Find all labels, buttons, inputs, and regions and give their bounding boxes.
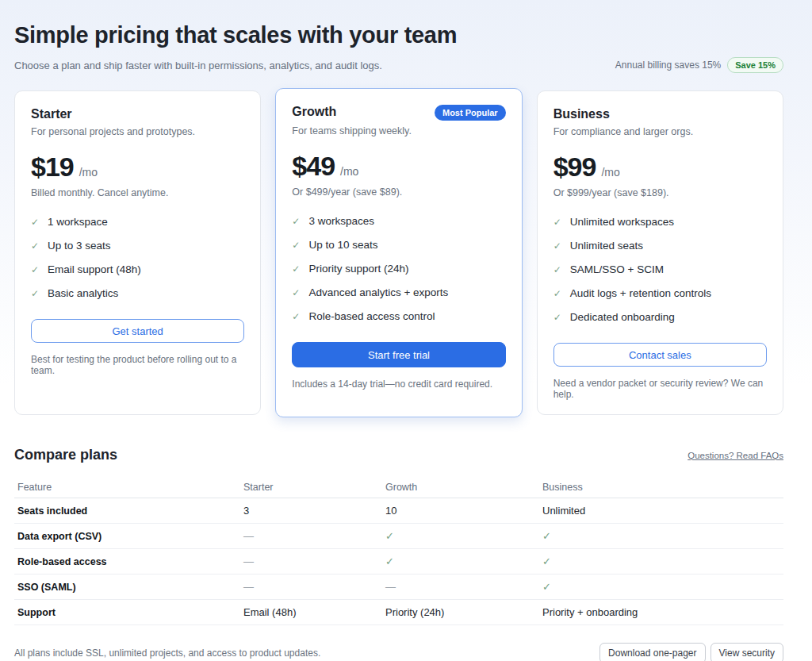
feature-label: 3 workspaces	[308, 215, 374, 227]
plan-cta-button[interactable]: Start free trial	[292, 342, 505, 367]
plan-name: Starter	[31, 107, 72, 121]
plan-feature-list: ✓ Unlimited workspaces ✓ Unlimited seats…	[553, 216, 767, 335]
plan-footnote: Includes a 14-day trial—no credit card r…	[292, 379, 505, 390]
feature-name: Data export (CSV)	[17, 531, 243, 542]
feature-label: SAML/SSO + SCIM	[570, 263, 664, 275]
feature-label: Basic analytics	[48, 287, 118, 299]
plan-billing-note: Billed monthly. Cancel anytime.	[31, 187, 244, 198]
faq-link[interactable]: Questions? Read FAQs	[688, 451, 783, 460]
plan-name: Business	[553, 107, 610, 121]
feature-name: Role-based access	[17, 556, 243, 567]
plan-footnote: Best for testing the product before roll…	[31, 354, 244, 376]
growth-value: 10	[385, 505, 542, 517]
plan-billing-note: Or $499/year (save $89).	[292, 186, 505, 198]
feature-name: SSO (SAML)	[17, 582, 243, 593]
growth-value: ✓	[385, 530, 542, 542]
feature-label: 1 workspace	[48, 216, 108, 228]
table-row: Role-based access — ✓ ✓	[14, 549, 783, 575]
feature-label: Email support (48h)	[48, 263, 141, 275]
plan-tagline: For teams shipping weekly.	[292, 125, 505, 136]
business-value: Priority + onboarding	[542, 606, 783, 618]
download-one-pager-button[interactable]: Download one-pager	[599, 643, 705, 661]
column-header-starter: Starter	[243, 482, 385, 493]
business-value: Unlimited	[542, 505, 783, 517]
plan-cta-button[interactable]: Get started	[31, 319, 244, 343]
starter-value: —	[243, 530, 385, 542]
hero-header: Simple pricing that scales with your tea…	[14, 0, 783, 73]
check-icon: ✓	[553, 240, 561, 252]
plan-feature-list: ✓ 1 workspace ✓ Up to 3 seats ✓ Email su…	[31, 216, 244, 311]
footer-note: All plans include SSL, unlimited project…	[14, 648, 320, 659]
feature-item: ✓ Advanced analytics + exports	[292, 286, 505, 298]
check-icon: ✓	[292, 287, 300, 298]
check-icon: ✓	[553, 312, 561, 323]
plan-price: $99	[553, 152, 596, 183]
growth-value: ✓	[385, 555, 542, 567]
page-footer: All plans include SSL, unlimited project…	[14, 643, 783, 661]
annual-billing-group: Annual billing saves 15% Save 15%	[615, 57, 783, 73]
plan-period: /mo	[601, 166, 619, 179]
feature-label: Advanced analytics + exports	[308, 286, 448, 298]
check-icon: ✓	[31, 288, 39, 299]
most-popular-badge: Most Popular	[435, 105, 506, 121]
feature-item: ✓ Role-based access control	[292, 310, 505, 322]
feature-item: ✓ Up to 10 seats	[292, 239, 505, 251]
page-subtitle: Choose a plan and ship faster with built…	[14, 60, 382, 71]
check-icon: ✓	[31, 217, 39, 228]
check-icon: ✓	[31, 240, 39, 252]
feature-name: Seats included	[17, 505, 243, 517]
feature-label: Role-based access control	[308, 310, 435, 322]
feature-item: ✓ 3 workspaces	[292, 215, 505, 227]
check-icon: ✓	[292, 263, 300, 275]
feature-item: ✓ 1 workspace	[31, 216, 244, 228]
feature-label: Up to 3 seats	[48, 240, 111, 252]
page-title: Simple pricing that scales with your tea…	[14, 22, 783, 48]
view-security-button[interactable]: View security	[710, 643, 783, 661]
footer-actions: Download one-pager View security	[599, 643, 783, 661]
business-value: ✓	[542, 530, 783, 542]
plan-feature-list: ✓ 3 workspaces ✓ Up to 10 seats ✓ Priori…	[292, 215, 505, 334]
plan-footnote: Need a vendor packet or security review?…	[553, 378, 767, 400]
check-icon: ✓	[553, 288, 561, 299]
plan-cta-button[interactable]: Contact sales	[553, 343, 767, 367]
plan-cards-row: Starter For personal projects and protot…	[14, 90, 783, 415]
compare-table: Feature Starter Growth Business Seats in…	[14, 476, 783, 625]
feature-label: Priority support (24h)	[308, 263, 408, 275]
pricing-card: Business For compliance and larger orgs.…	[537, 90, 783, 415]
column-header-feature: Feature	[17, 482, 243, 493]
table-header-row: Feature Starter Growth Business	[14, 476, 783, 498]
feature-item: ✓ Audit logs + retention controls	[553, 287, 767, 299]
table-row: Data export (CSV) — ✓ ✓	[14, 524, 783, 549]
plan-tagline: For compliance and larger orgs.	[553, 126, 767, 137]
table-row: Seats included 3 10 Unlimited	[14, 498, 783, 524]
pricing-card: Starter For personal projects and protot…	[14, 90, 261, 415]
feature-item: ✓ Basic analytics	[31, 287, 244, 299]
compare-section: Compare plans Questions? Read FAQs Featu…	[14, 447, 783, 625]
feature-label: Audit logs + retention controls	[570, 287, 711, 299]
growth-value: —	[385, 581, 542, 593]
feature-label: Dedicated onboarding	[570, 311, 675, 323]
column-header-business: Business	[542, 482, 783, 493]
check-icon: ✓	[31, 264, 39, 275]
business-value: ✓	[542, 581, 783, 593]
check-icon: ✓	[292, 216, 300, 227]
starter-value: —	[243, 581, 385, 593]
pricing-page: Simple pricing that scales with your tea…	[0, 0, 812, 661]
starter-value: Email (48h)	[243, 606, 385, 618]
starter-value: 3	[243, 505, 385, 517]
feature-label: Unlimited seats	[570, 240, 643, 252]
table-row: SSO (SAML) — — ✓	[14, 575, 783, 600]
feature-item: ✓ SAML/SSO + SCIM	[553, 263, 767, 275]
column-header-growth: Growth	[385, 482, 542, 493]
business-value: ✓	[542, 555, 783, 567]
table-row: Support Email (48h) Priority (24h) Prior…	[14, 600, 783, 625]
plan-period: /mo	[340, 165, 358, 178]
plan-period: /mo	[79, 166, 98, 179]
check-icon: ✓	[553, 217, 561, 228]
feature-item: ✓ Priority support (24h)	[292, 263, 505, 275]
annual-billing-note: Annual billing saves 15%	[615, 60, 721, 71]
feature-item: ✓ Dedicated onboarding	[553, 311, 767, 323]
feature-item: ✓ Unlimited seats	[553, 240, 767, 252]
plan-billing-note: Or $999/year (save $189).	[553, 187, 767, 198]
feature-item: ✓ Up to 3 seats	[31, 240, 244, 252]
